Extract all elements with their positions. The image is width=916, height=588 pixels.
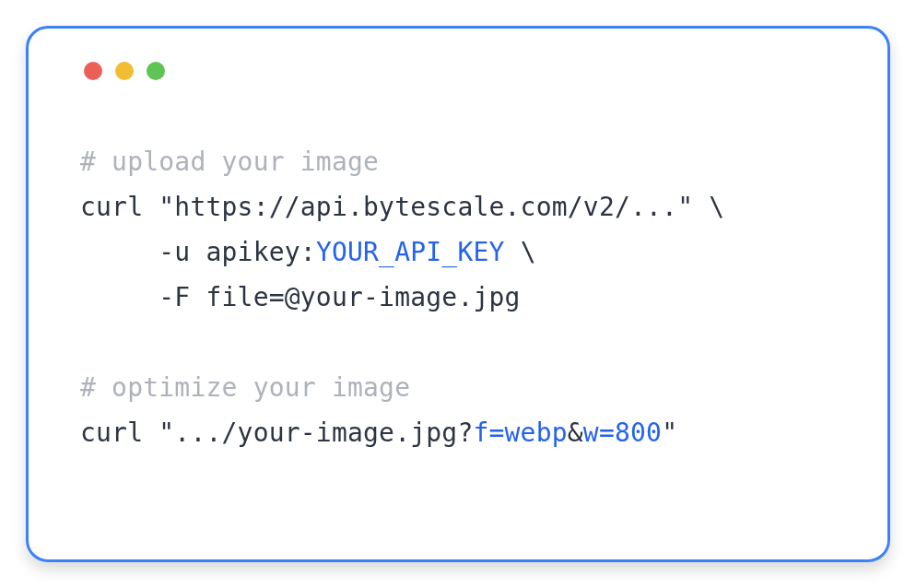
code-line: & [568,417,583,448]
code-line: -u apikey: [80,237,316,267]
terminal-window: # upload your image curl "https://api.by… [26,26,890,562]
minimize-icon [115,62,134,80]
code-line: curl ".../your-image.jpg? [80,417,473,448]
close-icon [84,62,102,80]
code-line: curl "https://api.bytescale.com/v2/..." … [80,192,724,222]
code-line: " [662,417,677,448]
code-comment: # upload your image [80,147,379,177]
code-line: \ [505,237,536,267]
traffic-lights [84,62,836,80]
code-highlight: YOUR_API_KEY [316,237,505,267]
code-highlight: w=800 [583,417,662,448]
code-highlight: f=webp [473,417,567,448]
code-line: -F file=@your-image.jpg [80,282,521,312]
code-comment: # optimize your image [80,372,410,403]
maximize-icon [147,62,165,80]
code-block: # upload your image curl "https://api.by… [80,139,836,455]
